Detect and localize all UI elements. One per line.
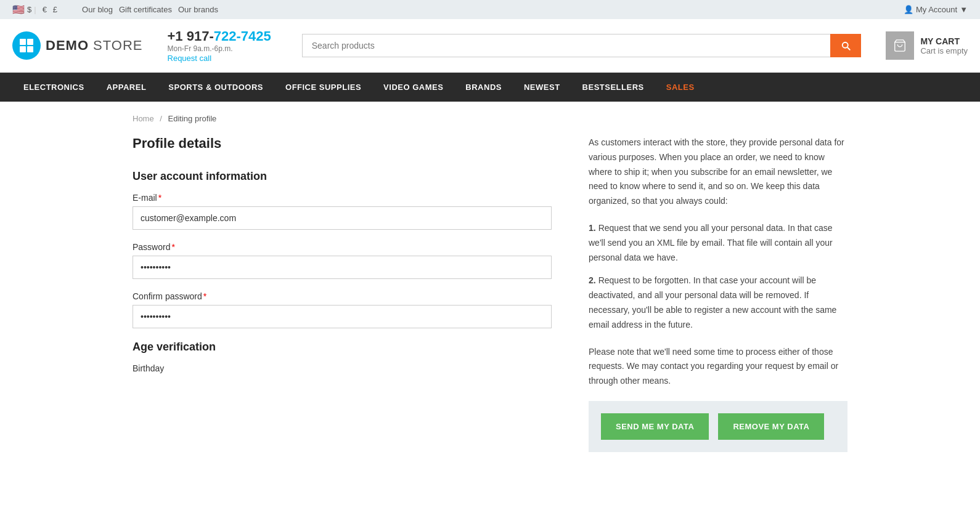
- nav-bestsellers[interactable]: BESTSELLERS: [571, 73, 655, 102]
- remove-my-data-button[interactable]: REMOVE MY DATA: [718, 413, 824, 440]
- nav-sales[interactable]: SALES: [655, 73, 706, 102]
- info-intro: As customers interact with the store, th…: [589, 136, 847, 209]
- header: DEMO STORE +1 917-722-7425 Mon-Fr 9a.m.-…: [0, 19, 980, 73]
- top-bar-right: 👤 My Account ▼: [904, 5, 968, 14]
- cart-area[interactable]: MY CART Cart is empty: [886, 31, 968, 60]
- breadcrumb: Home / Editing profile: [133, 114, 847, 123]
- breadcrumb-current: Editing profile: [168, 114, 217, 123]
- logo-icon: [12, 31, 41, 60]
- password-required-mark: *: [171, 242, 174, 252]
- top-bar-left: 🇺🇸 $ | € £ Our blog Gift certificates Ou…: [12, 4, 218, 15]
- currency-selector[interactable]: 🇺🇸 $ |: [12, 4, 36, 15]
- info-list: 1.Request that we send you all your pers…: [589, 221, 847, 333]
- birthday-label: Birthday: [133, 363, 552, 373]
- header-phone: +1 917-722-7425 Mon-Fr 9a.m.-6p.m. Reque…: [168, 28, 271, 63]
- phone-number: +1 917-722-7425: [168, 28, 271, 44]
- right-column: As customers interact with the store, th…: [589, 136, 847, 452]
- breadcrumb-separator: /: [160, 114, 162, 123]
- age-section-title: Age verification: [133, 341, 552, 354]
- person-icon: 👤: [904, 5, 913, 14]
- email-form-group: E-mail*: [133, 193, 552, 230]
- business-hours: Mon-Fr 9a.m.-6p.m.: [168, 44, 271, 53]
- main-layout: Profile details User account information…: [133, 136, 847, 452]
- search-input[interactable]: [302, 34, 831, 57]
- user-account-section-title: User account information: [133, 170, 552, 183]
- cart-status: Cart is empty: [920, 46, 968, 55]
- confirm-password-form-group: Confirm password*: [133, 291, 552, 328]
- brands-link[interactable]: Our brands: [178, 5, 218, 14]
- cart-title: MY CART: [920, 36, 968, 46]
- cart-icon-box: [886, 31, 914, 60]
- dropdown-arrow-icon: ▼: [960, 5, 968, 14]
- nav-sports[interactable]: SPORTS & OUTDOORS: [157, 73, 274, 102]
- breadcrumb-home[interactable]: Home: [133, 114, 154, 123]
- confirm-password-field[interactable]: [133, 305, 552, 328]
- send-my-data-button[interactable]: SEND ME MY DATA: [601, 413, 709, 440]
- logo-svg: [18, 38, 35, 54]
- svg-rect-2: [20, 46, 26, 52]
- currency-usd[interactable]: $: [27, 5, 31, 14]
- cart-text: MY CART Cart is empty: [920, 36, 968, 55]
- password-label: Password*: [133, 242, 552, 252]
- birthday-form-group: Birthday: [133, 363, 552, 373]
- gift-cert-link[interactable]: Gift certificates: [119, 5, 172, 14]
- left-column: Profile details User account information…: [133, 136, 552, 452]
- email-label: E-mail*: [133, 193, 552, 203]
- confirm-password-required-mark: *: [203, 291, 206, 301]
- svg-rect-3: [27, 46, 33, 52]
- confirm-password-label: Confirm password*: [133, 291, 552, 301]
- nav-newest[interactable]: NEWEST: [513, 73, 571, 102]
- data-buttons-area: SEND ME MY DATA REMOVE MY DATA: [589, 401, 847, 452]
- nav-electronics[interactable]: ELECTRONICS: [12, 73, 96, 102]
- nav-apparel[interactable]: APPAREL: [96, 73, 158, 102]
- nav-office[interactable]: OFFICE SUPPLIES: [274, 73, 372, 102]
- top-bar: 🇺🇸 $ | € £ Our blog Gift certificates Ou…: [0, 0, 980, 19]
- info-list-item-1: 1.Request that we send you all your pers…: [589, 221, 847, 265]
- nav-videogames[interactable]: VIDEO GAMES: [372, 73, 454, 102]
- cart-icon: [893, 39, 907, 52]
- main-nav: ELECTRONICS APPAREL SPORTS & OUTDOORS OF…: [0, 73, 980, 102]
- logo[interactable]: DEMO STORE: [12, 31, 143, 60]
- page-title: Profile details: [133, 136, 552, 152]
- currency-eur[interactable]: €: [43, 5, 47, 14]
- svg-rect-0: [20, 39, 26, 45]
- password-field[interactable]: [133, 256, 552, 279]
- info-note: Please note that we'll need some time to…: [589, 345, 847, 389]
- password-form-group: Password*: [133, 242, 552, 279]
- svg-rect-1: [27, 39, 33, 45]
- header-search: [302, 34, 862, 57]
- info-list-item-2: 2.Request to be forgotten. In that case …: [589, 273, 847, 332]
- search-button[interactable]: [830, 34, 861, 57]
- flag-icon: 🇺🇸: [12, 4, 25, 15]
- currency-gbp[interactable]: £: [53, 5, 57, 14]
- email-required-mark: *: [158, 193, 161, 203]
- age-verification-section: Age verification Birthday: [133, 341, 552, 373]
- logo-text: DEMO STORE: [46, 38, 143, 54]
- my-account-link[interactable]: 👤 My Account ▼: [904, 5, 968, 14]
- content-wrapper: Home / Editing profile Profile details U…: [120, 102, 860, 464]
- blog-link[interactable]: Our blog: [82, 5, 113, 14]
- request-call-link[interactable]: Request call: [168, 54, 212, 63]
- nav-brands[interactable]: BRANDS: [454, 73, 513, 102]
- email-field[interactable]: [133, 206, 552, 230]
- search-icon: [840, 40, 851, 51]
